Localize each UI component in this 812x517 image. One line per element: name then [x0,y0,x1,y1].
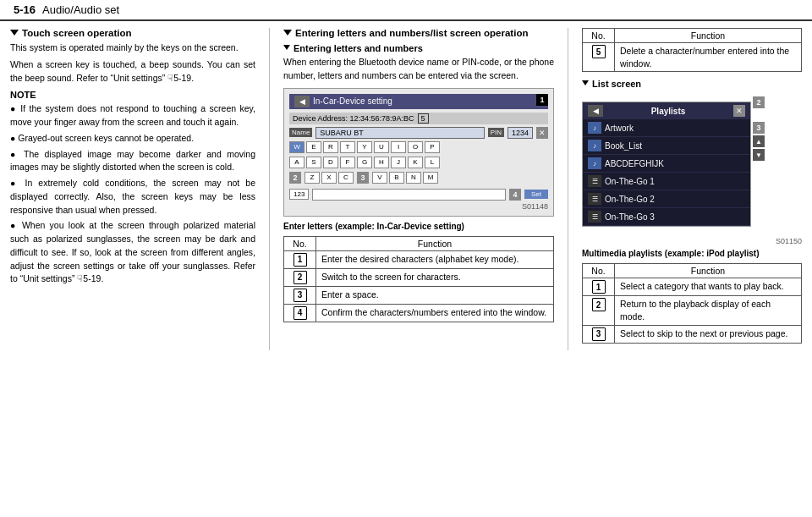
kbd-bottom-row: 123 4 Set [289,189,548,201]
badge-no-3: 3 [294,289,307,302]
kbd-key-m[interactable]: M [423,172,438,184]
badge-1: 1 [536,94,548,106]
kbd-key-d[interactable]: D [323,157,338,168]
kbd-key-y[interactable]: Y [357,141,372,153]
playlist-screen-wrapper: ◀ Playlists ✕ ♪ Artwork ♪ Book_List ♪ [582,96,751,232]
name-input-value[interactable]: SUBARU BT [315,127,484,139]
kbd-key-j[interactable]: J [391,157,406,168]
badge-no-2: 2 [294,271,307,284]
ps-close-button[interactable]: ✕ [733,105,745,117]
mid-row1-func: Enter the desired characters (alphabet k… [316,250,554,268]
kbd-key-h[interactable]: H [374,157,389,168]
right-bottom-table: No. Function 1 Select a category that wa… [582,263,802,343]
badge-no-5: 5 [592,45,606,58]
kbd-key-u[interactable]: U [374,141,389,153]
touch-screen-heading: Touch screen operation [10,28,255,38]
kbd-key-z[interactable]: Z [304,172,320,184]
ps-label-2: Book_List [605,141,642,151]
page-header: 5-16 Audio/Audio set [0,0,812,21]
mid-row4-func: Confirm the characters/numbers entered i… [316,304,554,322]
mid-table-header-no: No. [284,236,316,250]
right-btm-row2-func: Return to the playback display of each m… [615,296,802,325]
kbd-key-o[interactable]: O [408,141,423,153]
kbd-space[interactable] [312,189,506,201]
ps-icon-2: ♪ [588,140,601,151]
kbd-key-i[interactable]: I [391,141,406,153]
right-top-table: No. Function 5 Delete a character/number… [582,28,802,72]
ps-item-3[interactable]: ♪ ABCDEFGHIJK [583,155,750,173]
page-number: 5-16 [14,3,36,16]
triangle-icon-mid [283,30,292,36]
badge-no-1: 1 [294,253,307,267]
triangle-icon [10,30,19,36]
kbd-set-btn[interactable]: Set [524,190,548,199]
ps-item-1[interactable]: ♪ Artwork [583,119,750,137]
ps-icon-6: ☰ [588,211,601,223]
ps-icon-5: ☰ [588,193,601,205]
right-column: No. Function 5 Delete a character/number… [582,28,802,350]
ps-item-4[interactable]: ☰ On-The-Go 1 [583,173,750,190]
kbd-key-x[interactable]: X [321,172,337,184]
kbd-key-e[interactable]: E [306,141,321,153]
x-button[interactable]: ✕ [536,127,548,139]
ds-back-button[interactable]: ◀ [294,96,310,107]
ps-back-button[interactable]: ◀ [588,105,603,117]
kbd-key-n[interactable]: N [406,172,421,184]
keyboard-area: W E R T Y U I O P A S D [289,141,548,201]
kbd-key-a[interactable]: A [289,157,304,168]
entering-sub-heading: Entering letters and numbers [283,43,554,53]
kbd-key-k[interactable]: K [408,157,423,168]
body-text-2: When a screen key is touched, a beep sou… [10,58,255,85]
kbd-key-f[interactable]: F [340,157,355,168]
badge-no-4: 4 [294,306,307,320]
note-item-4: In extremely cold conditions, the screen… [10,177,255,217]
device-screen-mockup: ◀ In-Car-Device setting 1 Device Address… [283,88,554,217]
right-badge-1: 1 [592,280,606,294]
right-badge-3: 3 [592,327,606,341]
kbd-key-w[interactable]: W [289,141,304,153]
ps-title: Playlists [651,107,686,116]
right-btm-row1-func: Select a category that wants to play bac… [615,278,802,296]
triangle-icon-sub [283,45,290,50]
right-btm-row2-no: 2 [583,296,615,325]
table-row: 2 Return to the playback display of each… [583,296,802,325]
mid-row2-func: Switch to the screen for characters. [316,268,554,286]
table-row: 4 Confirm the characters/numbers entered… [284,304,554,322]
mid-row3-no: 3 [284,286,316,304]
ps-badge2-wrap: 2 [753,96,765,108]
section-title: Audio/Audio set [42,3,119,16]
mid-row3-func: Enter a space. [316,286,554,304]
kbd-key-r[interactable]: R [323,141,338,153]
ps-item-2[interactable]: ♪ Book_List [583,137,750,155]
kbd-row-1: W E R T Y U I O P [289,141,548,153]
ps-item-6[interactable]: ☰ On-The-Go 3 [583,208,750,226]
image-code-right: S01150 [582,237,802,245]
mid-body-text: When entering the Bluetooth device name … [283,56,554,83]
mid-table-header-func: Function [316,236,554,250]
mid-row4-no: 4 [284,304,316,322]
ps-scroll-down[interactable]: ▼ [753,149,765,161]
kbd-key-v[interactable]: V [372,172,387,184]
ps-label-5: On-The-Go 2 [605,195,655,204]
kbd-key-l[interactable]: L [425,157,440,168]
ps-scroll-up[interactable]: ▲ [753,135,765,147]
kbd-key-c[interactable]: C [338,172,354,184]
kbd-key-s[interactable]: S [306,157,321,168]
pin-input-value[interactable]: 1234 [508,127,533,139]
kbd-key-p[interactable]: P [425,141,440,153]
device-screen-title: ◀ In-Car-Device setting [289,94,548,109]
table-row: 5 Delete a character/number entered into… [583,43,802,72]
playlist-screen: ◀ Playlists ✕ ♪ Artwork ♪ Book_List ♪ [582,102,751,227]
table-row: 3 Enter a space. [284,286,554,304]
mid-right-divider [568,28,568,350]
kbd-key-b[interactable]: B [389,172,404,184]
list-screen-heading: List screen [582,79,802,89]
ps-icon-1: ♪ [588,122,601,134]
device-addr-row: Device Address: 12:34:56:78:9A:BC 5 [289,113,548,124]
kbd-key-g[interactable]: G [357,157,372,168]
ps-item-5[interactable]: ☰ On-The-Go 2 [583,190,750,208]
kbd-123-btn[interactable]: 123 [289,189,309,200]
ps-list: ♪ Artwork ♪ Book_List ♪ ABCDEFGHIJK ☰ On… [583,119,750,226]
badge-3: 3 [357,172,369,184]
kbd-key-t[interactable]: T [340,141,355,153]
